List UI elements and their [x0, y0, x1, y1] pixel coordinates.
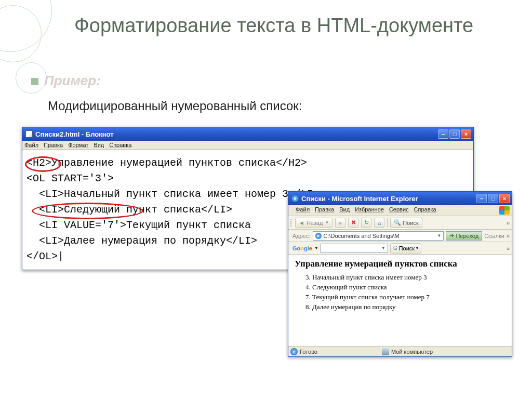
- ie-icon: e: [291, 195, 299, 202]
- forward-button[interactable]: ►: [335, 218, 345, 228]
- minimize-button[interactable]: –: [438, 129, 448, 139]
- code-line: <H2>Управление нумерацией пунктов списка…: [26, 157, 307, 169]
- slide-title: Форматирование текста в HTML-документе: [47, 15, 501, 37]
- google-search-button[interactable]: G Поиск ▾: [390, 243, 421, 254]
- google-logo[interactable]: Google: [292, 245, 312, 251]
- page-icon: e: [315, 233, 322, 239]
- status-mycomputer: Мой компьютер: [391, 349, 433, 355]
- notepad-menubar: Файл Правка Формат Вид Справка: [22, 141, 473, 150]
- body-text: Модифицированный нумерованный список:: [48, 99, 302, 113]
- refresh-button[interactable]: ↻: [361, 218, 371, 228]
- google-toolbar: Google ▼ ▼ G Поиск ▾ »: [288, 242, 512, 255]
- menu-favorites[interactable]: Избранное: [355, 206, 384, 215]
- close-button[interactable]: ×: [499, 194, 510, 203]
- links-label[interactable]: Ссылки: [484, 233, 504, 239]
- menu-format[interactable]: Формат: [68, 142, 88, 148]
- address-input[interactable]: e C:\Documents and Settings\М ▼: [313, 231, 444, 241]
- menu-tools[interactable]: Сервис: [389, 206, 409, 215]
- address-label: Адрес:: [292, 233, 311, 239]
- list-item: Начальный пункт списка имеет номер 3: [312, 273, 506, 282]
- home-button[interactable]: ⌂: [374, 218, 384, 228]
- list-item: Текущий пункт списка получает номер 7: [312, 293, 506, 301]
- refresh-icon: ↻: [364, 219, 369, 226]
- maximize-button[interactable]: □: [488, 194, 498, 203]
- back-arrow-icon: ◄: [299, 220, 304, 226]
- menu-view[interactable]: Вид: [94, 142, 104, 148]
- menu-file[interactable]: Файл: [296, 206, 310, 215]
- notepad-titlebar[interactable]: Списки2.html - Блокнот – □ ×: [22, 127, 473, 141]
- my-computer-icon: [382, 348, 389, 355]
- stop-icon: ✖: [351, 219, 356, 226]
- code-line: <LI VALUE='7'>Текущий пункт списка: [26, 219, 251, 231]
- menu-help[interactable]: Справка: [109, 142, 131, 148]
- notepad-icon: [25, 130, 33, 138]
- back-button[interactable]: ◄ Назад ▼: [295, 218, 332, 228]
- forward-arrow-icon: ►: [338, 220, 343, 226]
- menu-edit[interactable]: Правка: [315, 206, 334, 215]
- ie-address-row: Адрес: e C:\Documents and Settings\М ▼ ➔…: [288, 230, 512, 242]
- address-value: C:\Documents and Settings\М: [324, 233, 400, 239]
- search-icon: 🔍: [394, 219, 401, 226]
- highlight-ellipse: [25, 156, 61, 172]
- ie-window: e Списки - Microsoft Internet Explorer –…: [288, 191, 512, 357]
- ie-menubar: Файл Правка Вид Избранное Сервис Справка: [288, 205, 512, 216]
- ie-titlebar[interactable]: e Списки - Microsoft Internet Explorer –…: [288, 192, 512, 205]
- ie-statusbar: e Готово Мой компьютер: [288, 346, 512, 356]
- search-button[interactable]: 🔍 Поиск: [390, 218, 422, 228]
- notepad-title: Списки2.html - Блокнот: [35, 130, 114, 138]
- status-ready: Готово: [300, 349, 317, 355]
- bullet-icon: [31, 78, 38, 85]
- close-button[interactable]: ×: [461, 129, 471, 139]
- rendered-heading: Управление нумерацией пунктов списка: [295, 259, 506, 269]
- example-label: Пример:: [44, 73, 101, 89]
- menu-view[interactable]: Вид: [339, 206, 350, 215]
- ie-title: Списки - Microsoft Internet Explorer: [301, 195, 418, 203]
- maximize-button[interactable]: □: [449, 129, 460, 139]
- home-icon: ⌂: [378, 220, 381, 226]
- go-arrow-icon: ➔: [449, 232, 454, 239]
- search-icon: G: [393, 245, 397, 251]
- list-item: Следующий пункт списка: [312, 283, 506, 291]
- google-search-input[interactable]: ▼: [321, 244, 388, 253]
- rendered-list: Начальный пункт списка имеет номер 3 Сле…: [295, 273, 506, 311]
- windows-flag-icon: [499, 206, 510, 215]
- list-item: Далее нумерация по порядку: [312, 303, 506, 311]
- stop-button[interactable]: ✖: [348, 218, 358, 228]
- status-ie-icon: e: [290, 348, 298, 355]
- highlight-ellipse: [32, 203, 143, 219]
- ie-content-area: Управление нумерацией пунктов списка Нач…: [288, 255, 512, 346]
- code-line: <LI>Далее нумерация по порядку</LI>: [26, 235, 257, 247]
- menu-file[interactable]: Файл: [24, 142, 38, 148]
- code-line: </OL>|: [26, 250, 64, 262]
- code-line: <LI>Начальный пункт списка имеет номер 3…: [26, 188, 320, 200]
- minimize-button[interactable]: –: [476, 194, 487, 203]
- go-button[interactable]: ➔ Переход: [446, 231, 482, 241]
- menu-edit[interactable]: Правка: [44, 142, 63, 148]
- menu-help[interactable]: Справка: [414, 206, 436, 215]
- ie-toolbar: ◄ Назад ▼ ► ✖ ↻ ⌂ 🔍 Поиск »: [288, 216, 512, 230]
- code-line: <OL START='3'>: [26, 172, 114, 184]
